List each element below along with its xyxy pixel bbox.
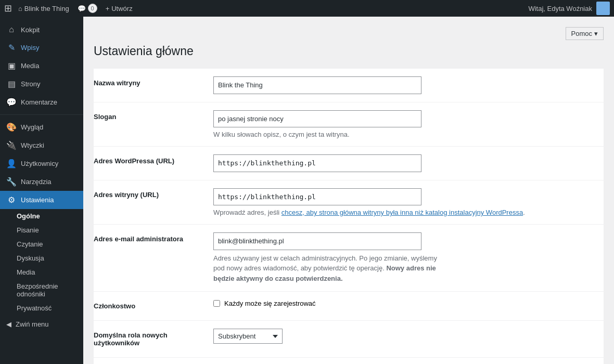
- sidebar-item-wtyczki[interactable]: 🔌 Wtyczki: [0, 136, 83, 154]
- sidebar-item-kokpit[interactable]: ⌂ Kokpit: [0, 21, 83, 38]
- field-default-role: Domyślna rola nowych użytkowników Subskr…: [94, 321, 604, 358]
- submenu-media[interactable]: Media: [0, 265, 83, 279]
- input-cell-site-address: Wprowadź adres, jeśli chcesz, aby strona…: [208, 180, 604, 225]
- submenu-label-ogolne: Ogólne: [17, 212, 40, 220]
- wtyczki-icon: 🔌: [6, 140, 17, 150]
- adminbar-create[interactable]: + Utwórz: [101, 0, 137, 17]
- adminbar-comments[interactable]: 💬 0: [73, 0, 101, 17]
- label-default-role: Domyślna rola nowych użytkowników: [94, 321, 208, 358]
- submenu-bezposrednie[interactable]: Bezpośrednie odnośniki: [0, 279, 83, 301]
- input-cell-wp-address: [208, 147, 604, 180]
- field-slogan: Slogan W kilku słowach opisz, o czym jes…: [94, 102, 604, 147]
- adminbar-right: Witaj, Edyta Woźniak: [528, 2, 610, 15]
- user-avatar[interactable]: [596, 2, 610, 15]
- help-bar: Pomoc ▾: [94, 27, 604, 40]
- field-site-address: Adres witryny (URL) Wprowadź adres, jeśl…: [94, 180, 604, 225]
- sidebar-item-wyglad[interactable]: 🎨 Wygląd: [0, 118, 83, 136]
- settings-wrap: Pomoc ▾ Ustawienia główne Nazwa witryny: [94, 27, 604, 364]
- site-address-desc-before: Wprowadź adres, jeśli: [213, 209, 282, 216]
- input-cell-admin-email: Adres używany jest w celach administracy…: [208, 225, 604, 292]
- site-name-input[interactable]: [213, 76, 421, 94]
- label-site-name: Nazwa witryny: [94, 69, 208, 102]
- sidebar-label-wtyczki: Wtyczki: [21, 141, 44, 149]
- slogan-description: W kilku słowach opisz, o czym jest ta wi…: [213, 131, 598, 138]
- sidebar-label-narzedzia: Narzędzia: [21, 178, 52, 186]
- submenu-pisanie[interactable]: Pisanie: [0, 223, 83, 237]
- sidebar-item-narzedzia[interactable]: 🔧 Narzędzia: [0, 173, 83, 191]
- strony-icon: ▤: [6, 79, 17, 89]
- collapse-label: Zwiń menu: [16, 320, 49, 328]
- sidebar-label-wyglad: Wygląd: [21, 123, 43, 131]
- label-membership: Członkostwo: [94, 292, 208, 321]
- sidebar-label-uzytkownicy: Użytkownicy: [21, 160, 58, 167]
- sidebar-item-ustawienia[interactable]: ⚙ Ustawienia: [0, 191, 83, 209]
- comments-count: 0: [88, 4, 97, 13]
- wyglad-icon: 🎨: [6, 122, 17, 132]
- input-cell-default-role: Subskrybent Współpracownik Autor Redakto…: [208, 321, 604, 358]
- help-label: Pomoc: [571, 30, 592, 37]
- site-address-desc-after: .: [523, 209, 525, 216]
- membership-checkbox-label: Każdy może się zarejestrować: [224, 300, 316, 307]
- default-role-select[interactable]: Subskrybent Współpracownik Autor Redakto…: [213, 329, 283, 344]
- membership-checkbox[interactable]: [213, 300, 220, 307]
- submenu-ogolne[interactable]: Ogólne: [0, 209, 83, 223]
- greeting-text: Witaj, Edyta Woźniak: [528, 5, 592, 12]
- label-wp-address: Adres WordPressa (URL): [94, 147, 208, 180]
- komentarze-icon: 💬: [6, 97, 17, 107]
- submenu-label-czytanie: Czytanie: [17, 240, 43, 248]
- submenu: Ogólne Pisanie Czytanie Dyskusja Media B…: [0, 209, 83, 315]
- comments-icon: 💬: [78, 5, 86, 12]
- media-icon: ▣: [6, 61, 17, 71]
- field-membership: Członkostwo Każdy może się zarejestrować: [94, 292, 604, 321]
- collapse-menu-button[interactable]: ◀ Zwiń menu: [0, 315, 83, 333]
- page-title: Ustawienia główne: [94, 44, 604, 58]
- submenu-czytanie[interactable]: Czytanie: [0, 237, 83, 251]
- submenu-label-bezposrednie: Bezpośrednie odnośniki: [17, 282, 58, 298]
- admin-email-notice: Adres używany jest w celach administracy…: [213, 253, 447, 284]
- wp-logo-icon[interactable]: ⊞: [4, 3, 12, 14]
- slogan-input[interactable]: [213, 110, 421, 128]
- sidebar-item-strony[interactable]: ▤ Strony: [0, 75, 83, 93]
- input-cell-language: Polski English Deutsch Français: [208, 358, 604, 365]
- site-address-description: Wprowadź adres, jeśli chcesz, aby strona…: [213, 209, 598, 216]
- sidebar-label-komentarze: Komentarze: [21, 98, 57, 106]
- site-address-desc-link[interactable]: chcesz, aby strona główna witryny była i…: [282, 209, 523, 216]
- sidebar-item-uzytkownicy[interactable]: 👤 Użytkownicy: [0, 154, 83, 173]
- sidebar-label-strony: Strony: [21, 80, 41, 88]
- sidebar: ⌂ Kokpit ✎ Wpisy ▣ Media ▤ Strony 💬 Kome…: [0, 17, 83, 364]
- field-language: Język witryny 🌐✎ Polski English Deutsch …: [94, 358, 604, 365]
- input-cell-site-name: [208, 69, 604, 102]
- admin-email-input[interactable]: [213, 232, 421, 250]
- home-icon: ⌂: [18, 5, 22, 12]
- ustawienia-icon: ⚙: [6, 195, 17, 205]
- uzytkownicy-icon: 👤: [6, 159, 17, 168]
- label-admin-email: Adres e-mail administratora: [94, 225, 208, 292]
- wpisy-icon: ✎: [6, 43, 17, 53]
- field-site-name: Nazwa witryny: [94, 69, 604, 102]
- create-label: Utwórz: [111, 5, 132, 12]
- sidebar-label-wpisy: Wpisy: [21, 44, 39, 51]
- narzedzia-icon: 🔧: [6, 177, 17, 187]
- submenu-label-prywatnosc: Prywatność: [17, 304, 52, 312]
- submenu-label-dyskusja: Dyskusja: [17, 254, 44, 262]
- help-dropdown-icon: ▾: [594, 30, 598, 37]
- sidebar-item-wpisy[interactable]: ✎ Wpisy: [0, 38, 83, 57]
- help-button[interactable]: Pomoc ▾: [566, 27, 604, 40]
- site-address-input[interactable]: [213, 188, 421, 206]
- label-slogan: Slogan: [94, 102, 208, 147]
- field-admin-email: Adres e-mail administratora Adres używan…: [94, 225, 604, 292]
- sidebar-label-kokpit: Kokpit: [21, 26, 40, 34]
- plus-icon: +: [106, 5, 110, 12]
- adminbar-site-name: Blink the Thing: [24, 5, 69, 12]
- sidebar-item-komentarze[interactable]: 💬 Komentarze: [0, 93, 83, 111]
- submenu-dyskusja[interactable]: Dyskusja: [0, 251, 83, 265]
- membership-checkbox-row: Każdy może się zarejestrować: [213, 300, 598, 307]
- label-site-address: Adres witryny (URL): [94, 180, 208, 225]
- label-language: Język witryny 🌐✎: [94, 358, 208, 365]
- kokpit-icon: ⌂: [6, 25, 17, 34]
- submenu-prywatnosc[interactable]: Prywatność: [0, 301, 83, 315]
- wp-address-input[interactable]: [213, 154, 421, 172]
- sidebar-item-media[interactable]: ▣ Media: [0, 57, 83, 75]
- sidebar-label-ustawienia: Ustawienia: [21, 196, 54, 204]
- adminbar-site[interactable]: ⌂ Blink the Thing: [14, 0, 73, 17]
